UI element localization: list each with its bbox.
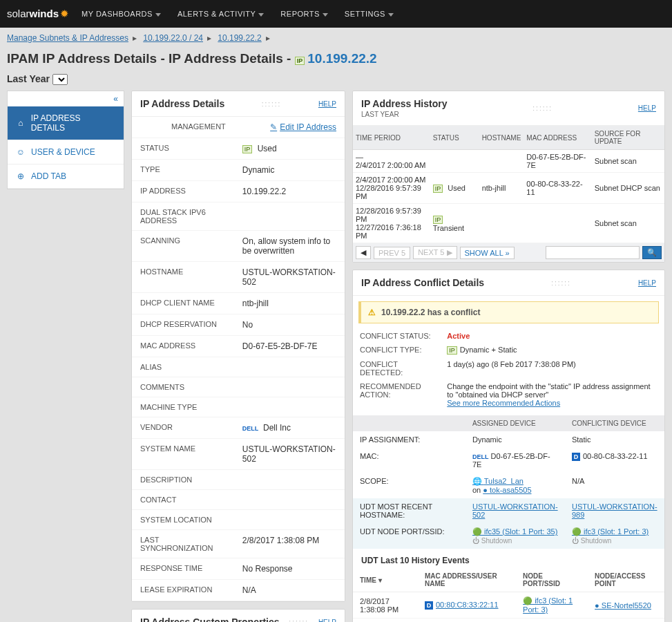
custom-props-card: IP Address Custom Properties :::::: HELP… [131,609,345,622]
help-link[interactable]: HELP [638,104,656,112]
detail-key: LEASE EXPIRATION [132,580,234,601]
ip-history-card: IP Address History LAST YEAR :::::: HELP… [352,91,665,263]
ev-col-time[interactable]: TIME ▾ [353,568,418,592]
next5-button[interactable]: NEXT 5 ▶ [413,246,457,259]
help-link[interactable]: HELP [318,619,336,623]
shutdown-c[interactable]: ⏻ Shutdown [572,537,611,545]
management-label: MANAGEMENT [132,117,234,138]
help-link[interactable]: HELP [318,100,336,108]
col-source: SOURCE FOR UPDATE [592,126,664,150]
pencil-icon: ✎ [270,122,277,132]
ev-node-link[interactable]: ● SE-Nortel5520 [595,601,651,610]
drag-handle-icon[interactable]: :::::: [262,100,282,108]
left-nav: « ⌂IP ADDRESS DETAILS☺USER & DEVICE⊕ADD … [7,91,124,189]
logo: solarwinds✹ [7,8,69,20]
ip-used-icon: IP [242,145,253,153]
detail-value: No [234,314,345,336]
detail-key: DESCRIPTION [132,470,234,490]
col-mac: MAC ADDRESS [524,126,591,150]
ev-port-link[interactable]: 🟢 ifc3 (Slot: 1 Port: 3) [523,596,573,614]
chevron-right-icon: ▸ [207,33,211,43]
ev-col-mac[interactable]: MAC ADDRESS/USER NAME [418,568,516,592]
ev-mac-link[interactable]: D00:80:C8:33:22:11 [425,601,499,609]
detail-value: USTUL-WORKSTATION-502 [234,262,345,293]
time-filter-select[interactable] [52,74,68,85]
vendor-dlink-icon: D [572,453,580,461]
collapse-button[interactable]: « [8,91,124,106]
udt-port-a-link[interactable]: 🟢 ifc35 (Slot: 1 Port: 35) [472,527,557,536]
recommended-actions-link[interactable]: See more Recommended Actions [447,399,560,407]
detail-key: SCANNING [132,231,234,262]
detail-value [234,202,345,231]
detail-value: D0-67-E5-2B-DF-7E [234,336,345,357]
ip-status-icon: IP [433,216,443,224]
event-row[interactable]: 2/8/2017 1:38:0Dsolarwinds.com\pross [353,619,664,623]
nav-icon: ⊕ [16,171,26,181]
history-pager: ◀ PREV 5 NEXT 5 ▶ SHOW ALL » 🔍 [353,243,664,262]
time-filter[interactable]: Last Year [0,73,672,91]
nav-my-dashboards[interactable]: MY DASHBOARDS [81,10,161,18]
nav-icon: ⌂ [16,118,26,128]
detail-value: On, allow system info to be overwritten [234,231,345,262]
sidebar-item-1[interactable]: ☺USER & DEVICE [8,140,124,164]
shutdown-a[interactable]: ⏻ Shutdown [472,537,512,545]
prev-page-button[interactable]: ◀ [356,246,371,259]
crumb-manage[interactable]: Manage Subnets & IP Addresses [7,33,128,43]
udt-host-c-link[interactable]: USTUL-WORKSTATION-989 [572,502,657,519]
detail-value: N/A [234,580,345,601]
event-row[interactable]: 2/8/2017 1:38:08 PMD00:80:C8:33:22:11🟢 i… [353,592,664,619]
col-hostname: HOSTNAME [479,126,524,150]
sun-icon: ✹ [60,8,69,19]
drag-handle-icon[interactable]: :::::: [551,279,571,287]
show-all-button[interactable]: SHOW ALL » [460,247,515,259]
ev-col-port[interactable]: NODE PORT/SSID [516,568,588,592]
col-assigned: ASSIGNED DEVICE [465,415,565,431]
sidebar-item-2[interactable]: ⊕ADD TAB [8,164,124,189]
udt-port-c-link[interactable]: 🟢 ifc3 (Slot: 1 Port: 3) [572,527,649,536]
sidebar-item-0[interactable]: ⌂IP ADDRESS DETAILS [8,106,124,140]
conflict-status-value: Active [440,329,664,343]
detail-value [234,510,345,530]
history-row[interactable]: 2/4/2017 2:00:00 AM 12/28/2016 9:57:39 P… [353,173,664,204]
col-time: TIME PERIOD [353,126,430,150]
history-row[interactable]: 12/28/2016 9:57:39 PM 12/27/2016 7:36:18… [353,204,664,243]
dhcp-server-link[interactable]: ● tok-asa5505 [483,486,531,494]
detail-key: LAST SYNCHRONIZATION [132,530,234,558]
help-link[interactable]: HELP [638,279,656,287]
nav-icon: ☺ [16,147,26,157]
drag-handle-icon[interactable]: :::::: [289,619,309,623]
detail-value: DELL Dell Inc [234,417,345,439]
history-search-button[interactable]: 🔍 [642,246,662,259]
ip-status-icon: IP [295,57,305,65]
sort-desc-icon: ▾ [378,576,382,584]
history-search-input[interactable] [546,246,640,259]
ip-history-subtitle: LAST YEAR [361,111,448,118]
detail-key: COMMENTS [132,377,234,397]
drag-handle-icon[interactable]: :::::: [532,104,553,112]
conflict-title: IP Address Conflict Details [361,277,484,288]
nav-alerts-activity[interactable]: ALERTS & ACTIVITY [177,10,264,18]
prev5-button[interactable]: PREV 5 [374,247,410,259]
detail-key: CONTACT [132,490,234,510]
detail-key: VENDOR [132,417,234,439]
page-title: IPAM IP Address Details - IP Address Det… [0,48,672,73]
nav-reports[interactable]: REPORTS [280,10,327,18]
detail-key: DUAL STACK IPV6 ADDRESS [132,202,234,231]
detail-key: IP ADDRESS [132,181,234,202]
history-row[interactable]: — 2/4/2017 2:00:00 AMD0-67-E5-2B-DF-7ESu… [353,150,664,173]
scope-link[interactable]: 🌐 Tulsa2_Lan [472,477,524,485]
nav-settings[interactable]: SETTINGS [345,10,394,18]
ip-history-title: IP Address History [361,98,448,109]
detail-value: IP Used [234,138,345,160]
udt-host-a-link[interactable]: USTUL-WORKSTATION-502 [472,502,558,519]
col-status: STATUS [430,126,479,150]
detail-value: Dynamic [234,160,345,181]
ev-col-node[interactable]: NODE/ACCESS POINT [588,568,664,592]
crumb-subnet[interactable]: 10.199.22.0 / 24 [143,33,203,43]
ip-details-card: IP Address Details :::::: HELP MANAGEMEN… [131,91,345,602]
detail-key: TYPE [132,160,234,181]
detail-value: USTUL-WORKSTATION-502 [234,439,345,470]
crumb-ip[interactable]: 10.199.22.2 [218,33,261,43]
edit-ip-address-link[interactable]: ✎Edit IP Address [270,122,336,132]
detail-key: STATUS [132,138,234,160]
